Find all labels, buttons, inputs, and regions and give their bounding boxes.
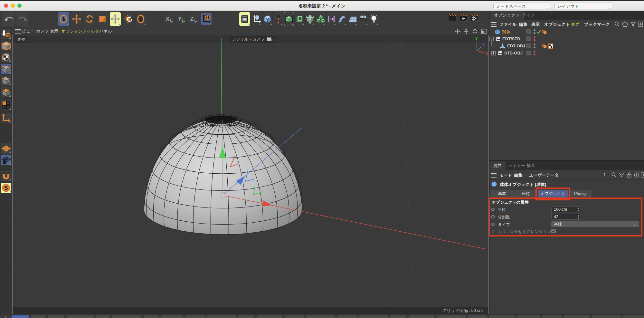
bottom-tab[interactable] (67, 315, 94, 318)
render-visibility-dot[interactable] (534, 32, 535, 34)
bottom-tab[interactable] (31, 315, 45, 318)
phong-tag-icon[interactable] (541, 43, 547, 49)
extrude-generator-button[interactable] (294, 12, 305, 26)
axis-modifier-icon-button[interactable] (252, 12, 262, 26)
z-axis-lock-button[interactable]: Z (188, 13, 199, 25)
hamburger-menu-icon[interactable] (491, 173, 497, 178)
camera-label[interactable]: デフォルトカメラ (230, 36, 275, 43)
layer-toggle[interactable] (526, 36, 531, 41)
tab-coordinates[interactable]: 座標 (514, 190, 537, 198)
snap-toggle-button[interactable] (1, 171, 11, 181)
undo-button[interactable] (2, 12, 15, 26)
tab-object[interactable]: オブジェクト (538, 190, 568, 198)
om-menu-objects[interactable]: オブジェクト (544, 22, 570, 27)
y-axis-lock-button[interactable]: Y (176, 13, 187, 25)
layer-toggle[interactable] (526, 51, 531, 55)
keyframe-circle[interactable] (491, 223, 495, 226)
zoom-view-icon[interactable] (463, 28, 470, 34)
bottom-tab[interactable] (207, 315, 236, 318)
simulation-tool-button[interactable] (122, 12, 134, 26)
viewport-menu-options[interactable]: オプション (61, 28, 83, 34)
bottom-tab[interactable] (359, 315, 388, 318)
quantize-snap-button[interactable]: S (1, 183, 11, 193)
search-icon[interactable] (614, 21, 620, 27)
bottom-tab[interactable] (185, 315, 205, 318)
type-dropdown[interactable]: 半球 ⌄ (551, 221, 639, 227)
bottom-tab[interactable] (564, 315, 590, 318)
expand-icon[interactable] (491, 51, 496, 55)
history-back-icon[interactable]: ← (586, 171, 592, 177)
coordinate-system-button[interactable] (200, 13, 212, 25)
array-generator-button[interactable] (316, 12, 326, 26)
keyframe-circle[interactable] (492, 230, 495, 233)
search-icon[interactable] (611, 172, 617, 178)
layer-toggle[interactable] (526, 29, 531, 34)
layout-dropdown[interactable]: レイアウト ⌄ (554, 3, 613, 9)
scale-tool-button[interactable] (97, 12, 108, 26)
parent-up-icon[interactable]: ↑ (603, 171, 606, 177)
bottom-tab[interactable] (285, 315, 304, 318)
move-tool-active-button[interactable] (109, 12, 121, 26)
am-menu-userdata[interactable]: ユーザーデータ (529, 172, 559, 178)
model-mode-button[interactable] (1, 41, 11, 51)
floor-environment-button[interactable] (347, 12, 358, 26)
keyframe-circle[interactable] (491, 215, 495, 218)
cluster-deformer-button[interactable] (305, 12, 315, 26)
bottom-tab[interactable] (468, 315, 487, 318)
projection-label[interactable]: 透視 (15, 36, 27, 43)
bottom-tab[interactable] (409, 315, 434, 318)
om-menu-view[interactable]: 表示 (531, 22, 540, 27)
render-visibility-dot[interactable] (534, 53, 535, 55)
render-to-picture-viewer-button[interactable] (459, 13, 468, 22)
om-menu-edit[interactable]: 編集 (519, 22, 527, 27)
bottom-tab[interactable] (112, 315, 141, 318)
editor-visibility-dot[interactable] (534, 36, 535, 38)
cube-primitive-button[interactable] (262, 12, 273, 26)
hamburger-menu-icon[interactable] (15, 29, 21, 34)
filter-icon[interactable] (630, 21, 636, 27)
am-menu-edit[interactable]: 編集 (514, 172, 523, 178)
lock-icon[interactable] (626, 172, 632, 178)
light-object-button[interactable] (369, 12, 379, 26)
table-row[interactable]: EDT-OBJ (489, 43, 644, 50)
nodespace-dropdown[interactable]: ノードスペース ⌄ (493, 3, 551, 9)
bend-deformer-button[interactable] (337, 12, 347, 26)
bottom-tab[interactable] (489, 315, 515, 318)
bottom-tab[interactable] (306, 315, 335, 318)
editor-visibility-dot[interactable] (534, 43, 535, 45)
tab-takes[interactable]: テイク (518, 11, 539, 20)
viewport-menu-view[interactable]: ビュー (22, 28, 35, 34)
bottom-tab[interactable] (96, 315, 109, 318)
pen-spline-button[interactable] (273, 12, 283, 26)
asset-browser-button[interactable] (239, 12, 251, 26)
om-menu-file[interactable]: ファイル (499, 22, 516, 27)
bottom-tab[interactable] (623, 315, 644, 318)
am-menu-mode[interactable]: モード (499, 172, 512, 178)
object-name-edtstd[interactable]: EDT/STD (502, 36, 520, 41)
tab-structure[interactable]: 構造 (523, 161, 539, 170)
point-mode-button[interactable] (1, 64, 11, 74)
render-settings-button[interactable] (469, 13, 479, 22)
add-panel-icon[interactable] (640, 172, 644, 178)
maximize-view-icon[interactable] (480, 28, 487, 34)
render-view-button[interactable] (448, 13, 457, 22)
edge-mode-button[interactable] (1, 75, 11, 86)
table-row[interactable]: STD-OBJ (489, 50, 644, 57)
bottom-tab[interactable] (48, 315, 64, 318)
object-name-sphere[interactable]: 球体 (502, 29, 511, 35)
move-tool-button[interactable] (71, 12, 82, 26)
texture-tag-icon[interactable] (548, 43, 553, 49)
editor-visibility-dot[interactable] (534, 51, 535, 53)
render-visibility-dot[interactable] (534, 46, 535, 48)
stepper-control[interactable]: ▲▼ (577, 207, 580, 212)
redo-button[interactable] (16, 12, 30, 26)
bottom-tab[interactable] (517, 315, 540, 318)
x-axis-lock-button[interactable]: X (164, 13, 175, 25)
viewport-menu-display[interactable]: 表示 (50, 28, 58, 34)
tab-attributes[interactable]: 属性 (489, 161, 506, 170)
table-row[interactable]: 球体 (489, 28, 644, 35)
render-visibility-dot[interactable] (534, 39, 535, 41)
live-selection-tool-button[interactable] (58, 12, 70, 26)
tweak-mode-button[interactable] (1, 100, 11, 110)
texture-mode-button[interactable] (1, 52, 11, 63)
